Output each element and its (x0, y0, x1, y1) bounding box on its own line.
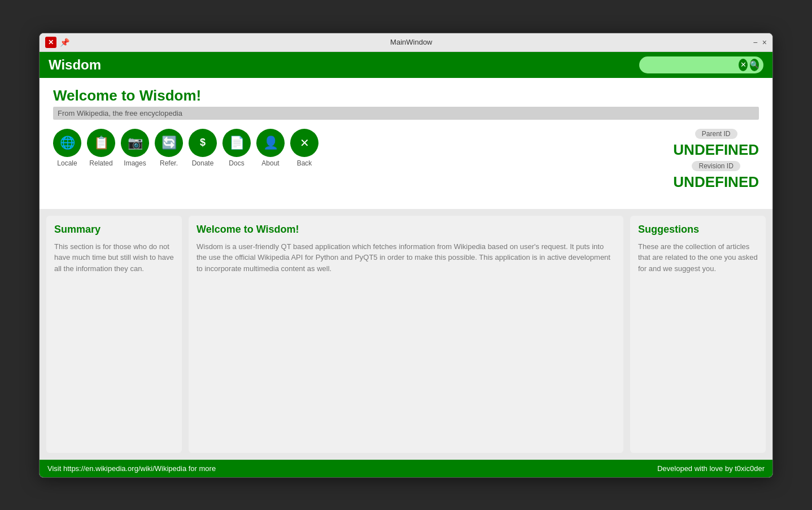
donate-button[interactable]: $ (189, 129, 217, 157)
related-button-item[interactable]: 📋 Related (87, 129, 115, 167)
toolbar-row: 🌐 Locale 📋 Related 📷 Images 🔄 Refer. (53, 129, 759, 191)
suggestions-text: These are the collection of articles tha… (638, 241, 758, 274)
app-title: Wisdom (49, 57, 101, 73)
revision-id-value: UNDEFINED (673, 173, 759, 191)
header: Wisdom ✕ 🔍 (40, 52, 772, 78)
footer-right-text: Developed with love by t0xic0der (657, 464, 765, 473)
docs-label: Docs (229, 159, 244, 167)
about-button-item[interactable]: 👤 About (256, 129, 285, 167)
related-label: Related (89, 159, 112, 167)
search-bar: ✕ 🔍 (639, 56, 763, 73)
main-panel-text: Wisdom is a user-friendly QT based appli… (197, 241, 615, 274)
summary-title: Summary (54, 224, 174, 236)
main-panel: Welcome to Wisdom! Wisdom is a user-frie… (189, 216, 623, 453)
titlebar-left: ✕ 📌 (45, 37, 69, 48)
related-button[interactable]: 📋 (87, 129, 115, 157)
app-icon: ✕ (45, 37, 56, 48)
window-title: MainWindow (390, 38, 432, 46)
refer-label: Refer. (160, 159, 178, 167)
back-button-item[interactable]: ✕ Back (290, 129, 318, 167)
back-label: Back (297, 159, 312, 167)
about-label: About (261, 159, 279, 167)
search-clear-button[interactable]: ✕ (739, 59, 748, 71)
footer: Visit https://en.wikipedia.org/wiki/Wiki… (40, 460, 772, 477)
minimize-button[interactable]: − (753, 38, 758, 47)
suggestions-panel: Suggestions These are the collection of … (630, 216, 766, 453)
images-button[interactable]: 📷 (121, 129, 149, 157)
titlebar-controls: − × (753, 38, 767, 47)
locale-button[interactable]: 🌐 (53, 129, 81, 157)
main-panel-title: Welcome to Wisdom! (197, 224, 615, 236)
revision-id-badge: Revision ID (692, 161, 740, 171)
parent-id-badge: Parent ID (695, 129, 737, 139)
suggestions-title: Suggestions (638, 224, 758, 236)
toolbar-icons: 🌐 Locale 📋 Related 📷 Images 🔄 Refer. (53, 129, 318, 167)
search-go-button[interactable]: 🔍 (750, 59, 759, 71)
page-subtitle: From Wikipedia, the free encyclopedia (53, 107, 759, 120)
main-content-area: Welcome to Wisdom! From Wikipedia, the f… (40, 78, 772, 209)
docs-button-item[interactable]: 📄 Docs (222, 129, 251, 167)
locale-button-item[interactable]: 🌐 Locale (53, 129, 81, 167)
close-button[interactable]: × (762, 38, 767, 47)
donate-label: Donate (192, 159, 214, 167)
images-label: Images (124, 159, 146, 167)
refer-button[interactable]: 🔄 (155, 129, 183, 157)
back-button[interactable]: ✕ (290, 129, 318, 157)
titlebar: ✕ 📌 MainWindow − × (40, 33, 772, 52)
search-input[interactable] (644, 60, 739, 69)
about-button[interactable]: 👤 (256, 129, 285, 157)
main-window: ✕ 📌 MainWindow − × Wisdom ✕ 🔍 Welcome to… (39, 33, 773, 478)
docs-button[interactable]: 📄 (222, 129, 251, 157)
locale-label: Locale (57, 159, 77, 167)
summary-text: This section is for those who do not hav… (54, 241, 174, 274)
images-button-item[interactable]: 📷 Images (121, 129, 149, 167)
pin-icon[interactable]: 📌 (60, 38, 69, 47)
page-title: Welcome to Wisdom! (53, 87, 759, 104)
id-section: Parent ID UNDEFINED Revision ID UNDEFINE… (673, 129, 759, 191)
footer-left-text: Visit https://en.wikipedia.org/wiki/Wiki… (47, 464, 216, 473)
panels-container: Summary This section is for those who do… (40, 209, 772, 460)
donate-button-item[interactable]: $ Donate (189, 129, 217, 167)
parent-id-value: UNDEFINED (673, 141, 759, 159)
summary-panel: Summary This section is for those who do… (46, 216, 182, 453)
refer-button-item[interactable]: 🔄 Refer. (155, 129, 183, 167)
